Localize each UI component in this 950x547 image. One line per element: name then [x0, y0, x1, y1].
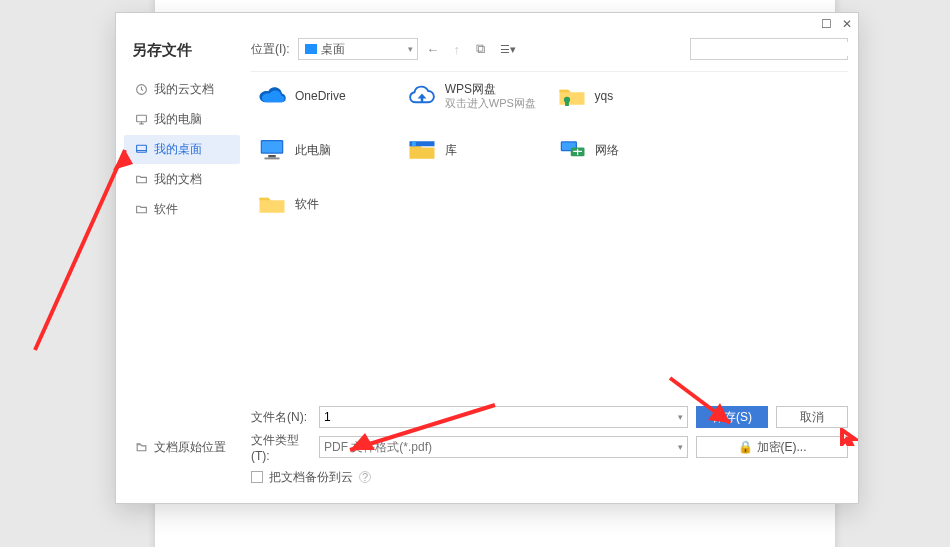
- backup-row: 把文档备份到云 ?: [251, 469, 848, 486]
- backup-checkbox[interactable]: [251, 471, 263, 483]
- folder-icon: [134, 203, 148, 216]
- file-name: 库: [445, 143, 457, 158]
- sidebar-item-label: 我的桌面: [154, 141, 202, 158]
- file-item-libraries[interactable]: 库: [401, 130, 549, 170]
- chevron-down-icon: ▾: [408, 44, 413, 54]
- monitor-icon: [134, 113, 148, 126]
- filetype-field[interactable]: ▾: [319, 436, 688, 458]
- file-name: OneDrive: [295, 89, 346, 104]
- file-sub: 双击进入WPS网盘: [445, 97, 536, 111]
- sidebar-item-my-desktop[interactable]: 我的桌面: [124, 135, 240, 164]
- sidebar-item-label: 软件: [154, 201, 178, 218]
- cancel-button[interactable]: 取消: [776, 406, 848, 428]
- sidebar-item-label: 文档原始位置: [154, 439, 226, 456]
- location-dropdown[interactable]: 桌面 ▾: [298, 38, 418, 60]
- file-item-software[interactable]: 软件: [251, 184, 399, 224]
- sidebar-item-software[interactable]: 软件: [124, 195, 240, 224]
- svg-rect-11: [412, 141, 416, 146]
- new-folder-button[interactable]: ⧉: [472, 41, 490, 57]
- file-item-network[interactable]: 网络: [551, 130, 699, 170]
- desktop-glyph-icon: [305, 44, 317, 54]
- cancel-button-label: 取消: [800, 409, 824, 426]
- file-name: WPS网盘: [445, 82, 536, 97]
- search-input[interactable]: [701, 42, 851, 56]
- save-as-dialog: ☐ ✕ 另存文件 我的云文档 我的电脑 我的桌面 我的文档: [115, 12, 859, 504]
- file-item-this-pc[interactable]: 此电脑: [251, 130, 399, 170]
- svg-rect-9: [265, 158, 280, 160]
- encrypt-button[interactable]: 🔒 加密(E)...: [696, 436, 848, 458]
- sidebar-item-my-computer[interactable]: 我的电脑: [124, 105, 240, 134]
- file-name: 此电脑: [295, 143, 331, 158]
- filename-label: 文件名(N):: [251, 409, 311, 426]
- wps-cloud-icon: [405, 79, 439, 113]
- file-item-onedrive[interactable]: OneDrive: [251, 76, 399, 116]
- view-mode-button[interactable]: ☰▾: [500, 43, 516, 56]
- sidebar-item-cloud-docs[interactable]: 我的云文档: [124, 75, 240, 104]
- network-icon: [555, 133, 589, 167]
- clock-icon: [134, 83, 148, 96]
- svg-rect-8: [268, 155, 276, 158]
- chevron-down-icon[interactable]: ▾: [678, 442, 683, 452]
- sidebar: 另存文件 我的云文档 我的电脑 我的桌面 我的文档: [122, 35, 242, 493]
- filename-input[interactable]: [324, 410, 678, 424]
- sidebar-item-original-location[interactable]: 文档原始位置: [124, 433, 240, 462]
- titlebar: ☐ ✕: [116, 13, 858, 35]
- filetype-label: 文件类型(T):: [251, 432, 311, 463]
- lock-icon: 🔒: [738, 440, 753, 454]
- filename-field[interactable]: ▾: [319, 406, 688, 428]
- search-box[interactable]: [690, 38, 848, 60]
- location-value: 桌面: [321, 41, 345, 58]
- file-item-wps-cloud[interactable]: WPS网盘 双击进入WPS网盘: [401, 76, 549, 116]
- this-pc-icon: [255, 133, 289, 167]
- sidebar-item-my-documents[interactable]: 我的文档: [124, 165, 240, 194]
- onedrive-icon: [255, 79, 289, 113]
- filetype-input[interactable]: [324, 440, 678, 454]
- back-button[interactable]: ←: [424, 42, 442, 57]
- help-icon[interactable]: ?: [359, 471, 371, 483]
- svg-rect-1: [136, 115, 146, 122]
- user-folder-icon: [555, 79, 589, 113]
- sidebar-item-label: 我的电脑: [154, 111, 202, 128]
- svg-rect-2: [136, 145, 146, 152]
- sidebar-item-label: 我的云文档: [154, 81, 214, 98]
- location-icon: [134, 441, 148, 454]
- save-button[interactable]: 保存(S): [696, 406, 768, 428]
- maximize-button[interactable]: ☐: [821, 17, 832, 31]
- chevron-down-icon[interactable]: ▾: [678, 412, 683, 422]
- folder-icon: [134, 173, 148, 186]
- location-label: 位置(I):: [251, 41, 290, 58]
- libraries-icon: [405, 133, 439, 167]
- svg-rect-7: [262, 141, 282, 152]
- bottom-panel: 文件名(N): ▾ 保存(S) 取消 文件类型(T): ▾ 🔒 加密(E)...…: [251, 405, 848, 489]
- file-name: yqs: [595, 89, 614, 104]
- sidebar-item-label: 我的文档: [154, 171, 202, 188]
- encrypt-button-label: 加密(E)...: [757, 439, 807, 456]
- backup-label: 把文档备份到云: [269, 469, 353, 486]
- up-button[interactable]: ↑: [448, 42, 466, 57]
- desktop-icon: [134, 143, 148, 156]
- dialog-title: 另存文件: [122, 35, 242, 74]
- close-button[interactable]: ✕: [842, 17, 852, 31]
- file-name: 网络: [595, 143, 619, 158]
- file-name: 软件: [295, 197, 319, 212]
- save-button-label: 保存(S): [712, 409, 752, 426]
- svg-rect-5: [565, 102, 569, 106]
- header-toolbar: 位置(I): 桌面 ▾ ← ↑ ⧉ ☰▾: [251, 35, 848, 63]
- file-grid: OneDrive WPS网盘 双击进入WPS网盘 yqs 此电脑: [251, 71, 848, 391]
- file-item-user-folder[interactable]: yqs: [551, 76, 699, 116]
- folder-icon: [255, 187, 289, 221]
- svg-line-15: [35, 150, 125, 350]
